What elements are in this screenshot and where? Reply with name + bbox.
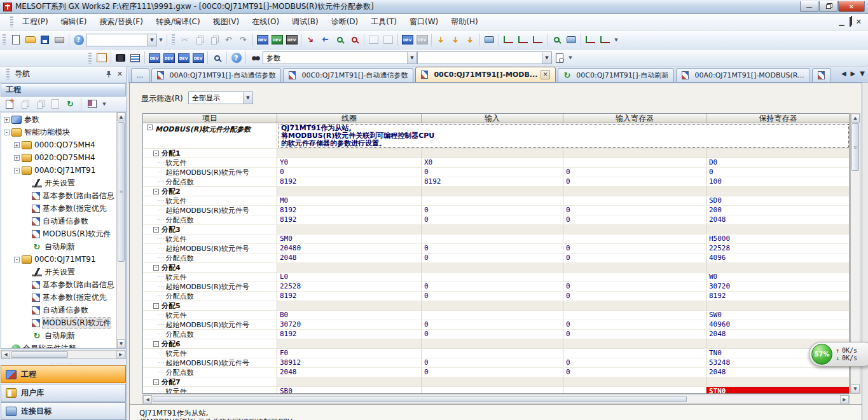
- menu-item-8[interactable]: 工具(T): [364, 14, 403, 30]
- value-cell-分配7-input-0[interactable]: [422, 387, 563, 394]
- device-combo[interactable]: 参数▼: [263, 51, 417, 64]
- tab-scroll-right-icon[interactable]: ▶: [851, 70, 856, 77]
- value-cell-分配4-holding_register-0[interactable]: W0: [706, 273, 850, 281]
- value-cell-分配3-input-2[interactable]: 0: [422, 254, 563, 262]
- nav-copy-button[interactable]: [18, 97, 31, 111]
- value-cell-分配5-input-0[interactable]: [422, 311, 563, 320]
- display-filter-combo[interactable]: 全部显示 ▼: [188, 91, 253, 104]
- collapse-icon[interactable]: -: [153, 303, 159, 309]
- project-data-combo[interactable]: ▼: [86, 34, 157, 46]
- doc-search-button[interactable]: [552, 51, 567, 65]
- value-cell-分配2-holding_register-0[interactable]: SD0: [706, 196, 850, 205]
- value-cell-分配1-input_register-2[interactable]: 0: [563, 177, 706, 186]
- redo-button[interactable]: ↷: [236, 32, 251, 47]
- nav-sort-dropdown-icon[interactable]: ▼: [100, 103, 108, 105]
- device-on-button[interactable]: DEV: [400, 32, 415, 47]
- tree-item[interactable]: +参数: [3, 113, 116, 126]
- value-cell-分配4-input-2[interactable]: 0: [422, 292, 563, 301]
- expand-icon[interactable]: +: [14, 142, 20, 148]
- tree-item[interactable]: +0020:QD75MH4: [3, 151, 116, 164]
- value-cell-分配6-coil-0[interactable]: F0: [277, 349, 422, 358]
- tree-hscroll-thumb[interactable]: [11, 351, 68, 358]
- tree-item[interactable]: -00C0:QJ71MT91: [3, 253, 116, 266]
- nav-panel-project[interactable]: 工程: [1, 365, 126, 383]
- find-button[interactable]: ●●: [248, 51, 263, 65]
- help-button[interactable]: ?: [71, 32, 86, 47]
- value-cell-分配1-holding_register-1[interactable]: 0: [706, 168, 850, 177]
- menu-item-6[interactable]: 调试(B): [286, 14, 325, 30]
- collapse-icon[interactable]: -: [147, 125, 153, 130]
- value-cell-分配2-input_register-2[interactable]: 0: [563, 215, 706, 224]
- save-button[interactable]: [38, 32, 52, 47]
- root-item-cell[interactable]: -MODBUS(R)软元件分配参数: [143, 123, 277, 148]
- tab-overflow-icon[interactable]: ▼: [860, 70, 865, 77]
- step-in-button[interactable]: ➜: [448, 32, 463, 47]
- column-header-4[interactable]: 保持寄存器: [706, 114, 850, 123]
- monitor-resume-button[interactable]: [381, 32, 396, 47]
- document-tab-6[interactable]: [812, 68, 831, 82]
- menu-item-4[interactable]: 视图(V): [207, 14, 246, 30]
- tree-scrollbar[interactable]: ▲ ≡ ▼: [116, 112, 125, 348]
- device-find-button[interactable]: [210, 51, 224, 65]
- value-cell-分配2-input-1[interactable]: 0: [422, 206, 563, 215]
- tab-close-icon[interactable]: ✕: [541, 70, 550, 79]
- write-to-plc-button[interactable]: ➜: [303, 32, 318, 47]
- value-cell-分配5-coil-0[interactable]: B0: [277, 311, 422, 320]
- expand-icon[interactable]: +: [4, 117, 10, 123]
- value-cell-分配6-input-1[interactable]: 0: [422, 358, 563, 367]
- document-tab-4[interactable]: ↻00C0:QJ71MT91[]-自动刷新: [558, 68, 674, 82]
- value-cell-分配6-holding_register-2[interactable]: 2048: [706, 368, 850, 377]
- paste-button[interactable]: [207, 32, 221, 47]
- monitor-pause-button[interactable]: [366, 32, 381, 47]
- value-cell-分配6-input_register-0[interactable]: [563, 349, 706, 358]
- nav-panel-connection[interactable]: 连接目标: [1, 402, 126, 420]
- value-cell-分配3-input-0[interactable]: [422, 234, 563, 243]
- tree-scroll-up-icon[interactable]: ▲: [117, 112, 125, 121]
- tree-scroll-thumb[interactable]: ≡: [118, 122, 125, 262]
- nav-paste-button[interactable]: [33, 97, 46, 111]
- toolbar1-overflow-icon[interactable]: ▼: [612, 39, 620, 41]
- value-cell-分配7-holding_register-0[interactable]: STN0: [706, 387, 850, 394]
- tree-item[interactable]: ↻自动刷新: [3, 329, 116, 342]
- value-cell-分配3-coil-2[interactable]: 2048: [277, 254, 422, 262]
- tree-item[interactable]: 全局软元件注释: [3, 342, 116, 348]
- column-header-2[interactable]: 输入: [422, 114, 563, 123]
- collapse-icon[interactable]: -: [153, 227, 159, 233]
- document-tab-2[interactable]: 00C0:QJ71MT91[]-自动通信参数: [283, 68, 413, 82]
- collapse-icon[interactable]: -: [153, 189, 159, 194]
- new-file-button[interactable]: [8, 32, 23, 47]
- tree-item[interactable]: MODBUS(R)软元件: [3, 227, 116, 240]
- restore-button[interactable]: [819, 1, 837, 12]
- value-cell-分配1-input_register-1[interactable]: 0: [563, 168, 706, 177]
- value-cell-分配4-input_register-0[interactable]: [563, 273, 706, 281]
- sampling-trace-1-button[interactable]: [501, 32, 516, 47]
- undo-button[interactable]: ↶: [221, 32, 236, 47]
- value-cell-分配2-coil-1[interactable]: 8192: [277, 206, 422, 215]
- step-out-button[interactable]: ➜: [463, 32, 478, 47]
- expand-icon[interactable]: +: [14, 155, 20, 161]
- document-tab-1[interactable]: 00A0:QJ71MT91[]-自动通信参数: [151, 68, 282, 82]
- open-file-button[interactable]: [23, 32, 38, 47]
- value-cell-分配2-input-2[interactable]: 0: [422, 215, 563, 224]
- cut-button[interactable]: ✂: [177, 32, 192, 47]
- device-comment-list-button[interactable]: DEV: [147, 51, 162, 65]
- collapse-icon[interactable]: -: [14, 168, 20, 173]
- nav-property-button[interactable]: [48, 97, 62, 111]
- value-cell-分配6-coil-2[interactable]: 2048: [277, 368, 422, 377]
- document-tab-0[interactable]: ...: [131, 68, 149, 82]
- nav-panel-user-library[interactable]: 用户库: [1, 384, 126, 402]
- collapse-icon[interactable]: -: [4, 130, 10, 135]
- step-run-button[interactable]: ➜: [434, 32, 448, 47]
- value-cell-分配3-holding_register-0[interactable]: H5000: [706, 234, 850, 243]
- group-item-cell[interactable]: -分配5: [143, 301, 277, 310]
- value-cell-分配6-input_register-1[interactable]: 0: [563, 358, 706, 367]
- table-hscroll-thumb[interactable]: [153, 396, 687, 402]
- value-cell-分配3-holding_register-2[interactable]: 4096: [706, 254, 850, 262]
- tree-item[interactable]: 自动通信参数: [3, 304, 116, 316]
- minimize-button[interactable]: —: [800, 1, 818, 12]
- value-cell-分配4-input_register-1[interactable]: 0: [563, 282, 706, 291]
- mdi-minimize-button[interactable]: ▁: [839, 18, 844, 26]
- value-cell-分配2-input-0[interactable]: [422, 196, 563, 205]
- value-cell-分配2-holding_register-2[interactable]: 2048: [706, 215, 850, 224]
- value-cell-分配1-holding_register-2[interactable]: 100: [706, 177, 850, 186]
